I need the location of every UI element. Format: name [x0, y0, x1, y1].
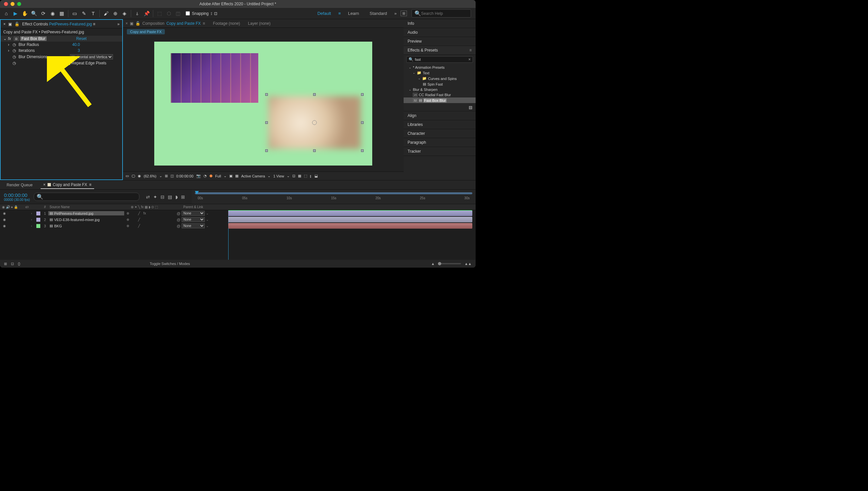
effect-preset-icon[interactable]: ▤ — [14, 37, 19, 41]
hand-tool[interactable]: ✋ — [21, 9, 29, 18]
transparency-icon[interactable]: ▦ — [235, 174, 238, 178]
tree-cc-radial[interactable]: 16CC Radial Fast Blur — [403, 92, 476, 97]
timeline-search-input[interactable] — [43, 195, 137, 199]
tree-spin-fast[interactable]: ▤Spin Fast — [403, 81, 476, 87]
panel-menu-icon[interactable]: ≡ — [93, 22, 95, 26]
home-button[interactable]: ⌂ — [2, 9, 10, 18]
anchor-point-icon[interactable] — [312, 120, 317, 125]
selection-handles[interactable] — [267, 94, 362, 151]
workspace-reset-icon[interactable]: ⊞ — [401, 10, 407, 16]
handle-top-center[interactable] — [313, 93, 316, 96]
tree-curves-spins[interactable]: ⌄📁Curves and Spins — [403, 76, 476, 81]
handle-bottom-right[interactable] — [361, 149, 364, 152]
layer-twirl-icon[interactable]: › — [31, 224, 35, 228]
prop-twirl-icon[interactable]: › — [8, 42, 11, 47]
stopwatch-icon[interactable]: ◷ — [12, 48, 17, 53]
snapshot-icon[interactable]: 📷 — [196, 174, 201, 178]
view-opt-icon-2[interactable]: ▦ — [298, 174, 301, 178]
layer-name[interactable]: ▤VED-E38-featured-mixer.jpg — [48, 218, 124, 222]
switch-quality[interactable]: ╱ — [137, 211, 141, 215]
zoom-slider[interactable] — [438, 263, 461, 264]
type-tool[interactable]: T — [89, 9, 97, 18]
channel-icon[interactable]: ◔ — [204, 174, 207, 178]
panel-effects-presets[interactable]: Effects & Presets ≡ — [403, 46, 476, 55]
handle-bottom-center[interactable] — [313, 149, 316, 152]
rectangle-tool[interactable]: ▭ — [70, 9, 79, 18]
chevron-down-icon[interactable]: ⌄ — [159, 174, 162, 178]
pickwhip-icon[interactable]: @ — [177, 218, 180, 222]
selection-tool[interactable]: ▶ — [11, 9, 20, 18]
blur-radius-value[interactable]: 40.0 — [72, 42, 80, 47]
panel-dock-icon[interactable]: ▣ — [8, 22, 12, 26]
color-icon[interactable]: ⬣ — [209, 174, 213, 178]
composition-tab[interactable]: × ▣ 🔓 Composition Copy and Paste FX ≡ — [125, 21, 205, 26]
rotation-tool[interactable]: ◉ — [48, 9, 57, 18]
tab-dock-icon[interactable]: ▣ — [130, 21, 133, 26]
brush-tool[interactable]: 🖌 — [102, 9, 110, 18]
handle-bottom-left[interactable] — [265, 149, 268, 152]
stopwatch-icon[interactable]: ◷ — [12, 61, 17, 65]
effect-twirl-icon[interactable]: ⌄ — [3, 36, 7, 41]
switch-shy[interactable]: ⊕ — [125, 211, 130, 215]
pen-tool[interactable]: ✎ — [80, 9, 88, 18]
new-bin-icon[interactable]: ▤ — [469, 105, 472, 110]
mask-icon[interactable]: ◉ — [138, 174, 141, 178]
layer-name[interactable]: ▤PetPeeves-Featured.jpg — [48, 211, 124, 215]
shy-icon-toggle[interactable]: ⊟ — [160, 194, 164, 200]
pickwhip-icon[interactable]: @ — [177, 224, 180, 228]
eraser-tool[interactable]: ◈ — [120, 9, 129, 18]
repeat-edge-checkbox[interactable] — [66, 61, 70, 65]
blur-dimensions-select[interactable]: Horizontal and Vertical — [70, 54, 113, 59]
panel-info[interactable]: Info — [403, 19, 476, 28]
time-ruler[interactable]: 00s 05s 10s 15s 20s 25s 30s — [191, 190, 476, 204]
panel-libraries[interactable]: Libraries — [403, 120, 476, 129]
presets-search[interactable]: 🔍 × — [406, 56, 473, 63]
comp-flowchart-tab[interactable]: Copy and Paste FX — [127, 29, 165, 34]
frame-blend-icon[interactable]: ▤ — [168, 194, 172, 200]
zoom-in-icon[interactable]: ▲▲ — [465, 262, 472, 266]
layer-bar-3[interactable] — [228, 223, 472, 229]
motion-blur-icon[interactable]: ◗ — [175, 194, 178, 200]
help-search[interactable]: 🔍 — [412, 9, 471, 18]
switch-fx[interactable]: fx — [142, 211, 147, 215]
clear-search-icon[interactable]: × — [468, 57, 471, 62]
footer-icon-1[interactable]: ⊞ — [4, 262, 7, 266]
timeline-comp-tab[interactable]: × Copy and Paste FX ≡ — [41, 181, 94, 189]
view-opt-icon-3[interactable]: ⬚ — [304, 174, 307, 178]
visibility-icon[interactable]: ◉ — [2, 211, 7, 215]
orbit-tool[interactable]: ⟳ — [39, 9, 48, 18]
help-search-input[interactable] — [421, 11, 471, 16]
layer-mixer-image[interactable] — [171, 53, 258, 103]
handle-top-left[interactable] — [265, 93, 268, 96]
panel-preview[interactable]: Preview — [403, 37, 476, 46]
tree-text[interactable]: ⌄📁Text — [403, 70, 476, 76]
stopwatch-icon[interactable]: ◷ — [12, 55, 17, 59]
graph-editor-icon[interactable]: ⊞ — [181, 194, 185, 200]
workspace-learn[interactable]: Learn — [345, 9, 362, 17]
resolution-dropdown[interactable]: Full — [215, 174, 221, 178]
zoom-handle[interactable] — [438, 262, 441, 265]
footer-icon-2[interactable]: ⊡ — [11, 262, 14, 266]
roto-brush-tool[interactable]: ⫰ — [133, 9, 142, 18]
workspace-default[interactable]: Default — [314, 9, 334, 17]
parent-dropdown[interactable]: None — [182, 217, 205, 222]
snapping-checkbox[interactable] — [186, 11, 190, 16]
layer-twirl-icon[interactable]: › — [31, 218, 35, 221]
views-dropdown[interactable]: 1 View — [273, 174, 284, 178]
tab-menu-icon[interactable]: ≡ — [203, 21, 205, 26]
tree-blur-sharpen[interactable]: ⌄Blur & Sharpen — [403, 87, 476, 92]
view-opt-icon[interactable]: ⊡ — [292, 174, 295, 178]
panel-close-icon[interactable]: × — [3, 22, 6, 26]
switch-shy[interactable]: ⊕ — [125, 218, 130, 221]
clone-stamp-tool[interactable]: ⊕ — [111, 9, 120, 18]
puppet-tool[interactable]: 📌 — [142, 9, 151, 18]
parent-dropdown[interactable]: None — [182, 211, 205, 216]
panel-overflow-icon[interactable]: » — [117, 22, 120, 26]
chevron-down-icon[interactable]: ⌄ — [287, 174, 290, 178]
display-icon[interactable]: 🖵 — [131, 174, 135, 178]
view-opt-icon-4[interactable]: ⫿ — [310, 174, 312, 178]
zoom-out-icon[interactable]: ▲ — [431, 262, 435, 266]
parent-dropdown[interactable]: None — [182, 223, 205, 228]
col-source-header[interactable]: Source Name — [48, 205, 129, 209]
layer-name[interactable]: ▤BKG — [48, 224, 124, 228]
